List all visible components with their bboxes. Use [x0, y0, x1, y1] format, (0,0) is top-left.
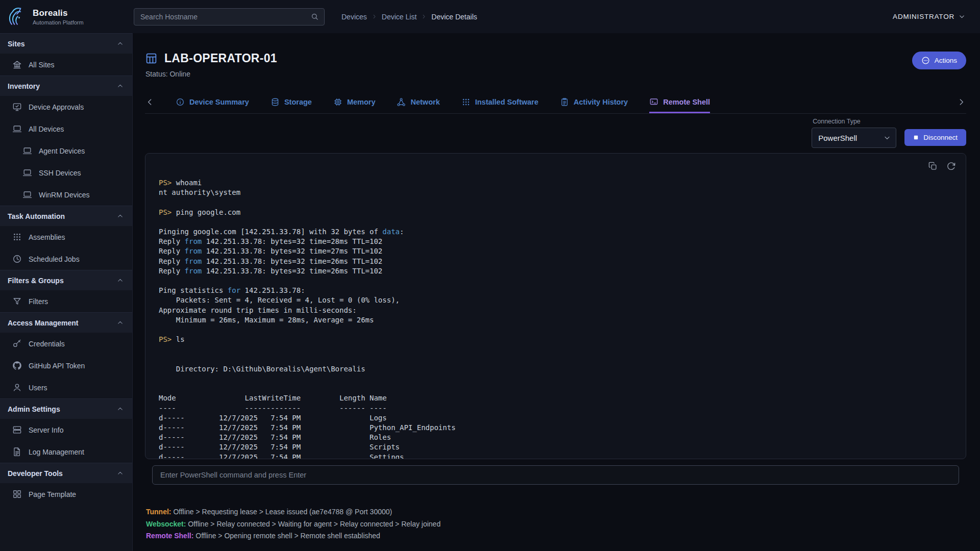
key-icon [12, 339, 22, 348]
sidebar-section-admin-settings[interactable]: Admin Settings [0, 398, 132, 419]
status-label: Remote Shell: [146, 532, 193, 540]
sidebar-section-access-management[interactable]: Access Management [0, 312, 132, 333]
terminal-line: d----- 12/7/2025 7:54 PM Logs [159, 413, 953, 423]
tab-remote-shell[interactable]: Remote Shell [649, 90, 710, 113]
terminal-line: nt authority\system [159, 188, 953, 197]
breadcrumb-device-details[interactable]: Device Details [431, 13, 477, 21]
sidebar-item-label: Device Approvals [29, 103, 84, 111]
disconnect-button[interactable]: Disconnect [904, 129, 966, 146]
filter-icon [12, 296, 22, 306]
sidebar-section-sites[interactable]: Sites [0, 33, 132, 54]
status-line-websocket: Websocket: Offline > Relay connected > W… [146, 518, 966, 531]
github-icon [12, 361, 22, 370]
terminal-line: PS> ls [159, 335, 953, 344]
sidebar-section-label: Sites [8, 40, 24, 48]
breadcrumb: DevicesDevice ListDevice Details [341, 13, 477, 21]
copy-icon[interactable] [928, 161, 938, 171]
ellipsis-icon [921, 56, 930, 65]
brand-area[interactable]: Borealis Automation Platform [0, 6, 133, 28]
breadcrumb-devices[interactable]: Devices [341, 13, 367, 21]
terminal-line [159, 197, 953, 207]
chevron-up-icon [116, 277, 124, 284]
sidebar-item-github-api-token[interactable]: GitHub API Token [0, 355, 132, 377]
apps-icon [461, 97, 471, 107]
clock-icon [12, 254, 22, 264]
terminal-line [159, 384, 953, 393]
sidebar-item-all-devices[interactable]: All Devices [0, 118, 132, 140]
tabs-scroll-left-button[interactable] [145, 97, 155, 107]
network-icon [397, 97, 406, 107]
sidebar-item-label: All Devices [29, 125, 64, 133]
tab-memory[interactable]: Memory [333, 90, 376, 113]
tab-activity-history[interactable]: Activity History [560, 90, 628, 113]
sidebar-item-log-management[interactable]: Log Management [0, 441, 132, 463]
terminal-line: d----- 12/7/2025 7:54 PM Roles [159, 433, 953, 442]
sidebar-item-label: SSH Devices [39, 169, 81, 177]
storage-icon [271, 97, 280, 107]
sidebar-item-label: All Sites [29, 61, 55, 69]
sidebar-item-credentials[interactable]: Credentials [0, 333, 132, 355]
sidebar-item-users[interactable]: Users [0, 377, 132, 398]
terminal-panel[interactable]: PS> whoamint authority\system PS> ping g… [145, 153, 966, 459]
terminal-line [159, 374, 953, 384]
tab-device-summary[interactable]: Device Summary [176, 90, 249, 113]
apps-icon [12, 232, 22, 242]
user-icon [12, 383, 22, 392]
terminal-line: Ping statistics for 142.251.33.78: [159, 286, 953, 295]
laptop-icon [12, 124, 22, 134]
sidebar-item-winrm-devices[interactable]: WinRM Devices [0, 184, 132, 206]
sidebar-item-page-template[interactable]: Page Template [0, 483, 132, 505]
terminal-icon [649, 97, 658, 107]
sidebar-item-agent-devices[interactable]: Agent Devices [0, 140, 132, 162]
sidebar-section-filters-groups[interactable]: Filters & Groups [0, 270, 132, 290]
search-icon[interactable] [310, 12, 319, 21]
status-text: Offline > Opening remote shell > Remote … [193, 532, 380, 540]
sidebar-item-label: Filters [29, 297, 48, 306]
main-content: LAB-OPERATOR-01 Status: Online Actions D… [133, 33, 980, 551]
tab-installed-software[interactable]: Installed Software [461, 90, 538, 113]
sidebar-item-device-approvals[interactable]: Device Approvals [0, 96, 132, 118]
sidebar-item-scheduled-jobs[interactable]: Scheduled Jobs [0, 248, 132, 270]
chevron-left-icon [145, 97, 155, 107]
sidebar-item-label: Credentials [29, 340, 65, 348]
breadcrumb-separator-icon [372, 14, 377, 19]
page-title: LAB-OPERATOR-01 [164, 52, 277, 65]
status-label: Tunnel: [146, 508, 172, 516]
tabs-scroll-right-button[interactable] [956, 97, 966, 107]
sidebar-item-filters[interactable]: Filters [0, 290, 132, 312]
refresh-icon[interactable] [946, 161, 956, 171]
status-text: Offline > Relay connected > Waiting for … [186, 520, 440, 528]
sidebar-item-label: Agent Devices [39, 147, 85, 155]
sidebar-section-task-automation[interactable]: Task Automation [0, 206, 132, 226]
sidebar-section-developer-tools[interactable]: Developer Tools [0, 463, 132, 483]
terminal-line: PS> whoami [159, 178, 953, 188]
breadcrumb-device-list[interactable]: Device List [382, 13, 416, 21]
sidebar-item-server-info[interactable]: Server Info [0, 419, 132, 441]
sidebar-nav: SitesAll SitesInventoryDevice ApprovalsA… [0, 33, 132, 505]
log-icon [12, 447, 22, 457]
terminal-line: ---- ------------- ------ ---- [159, 404, 953, 413]
terminal-line: d----- 12/7/2025 7:54 PM Settings [159, 453, 953, 459]
search-input[interactable] [140, 13, 310, 21]
actions-button[interactable]: Actions [912, 52, 966, 69]
tab-storage[interactable]: Storage [271, 90, 312, 113]
tab-bar: Device SummaryStorageMemoryNetworkInstal… [145, 90, 966, 114]
device-approvals-icon [12, 102, 22, 112]
sidebar-item-label: Users [29, 384, 47, 392]
connection-type-select[interactable]: PowerShell [812, 128, 896, 148]
tab-network[interactable]: Network [397, 90, 439, 113]
user-menu[interactable]: ADMINISTRATOR [893, 13, 966, 20]
command-input[interactable] [152, 465, 959, 485]
terminal-line: d----- 12/7/2025 7:54 PM Python_API_Endp… [159, 423, 953, 433]
chevron-up-icon [116, 319, 124, 327]
hostname-search[interactable] [134, 8, 325, 26]
sidebar-item-ssh-devices[interactable]: SSH Devices [0, 162, 132, 184]
sidebar-item-label: Scheduled Jobs [29, 255, 80, 263]
sidebar-section-label: Filters & Groups [8, 277, 64, 285]
sidebar-section-inventory[interactable]: Inventory [0, 76, 132, 96]
laptop-icon [22, 168, 32, 178]
sidebar-item-all-sites[interactable]: All Sites [0, 54, 132, 76]
device-icon [145, 52, 158, 65]
tab-label: Device Summary [189, 98, 249, 106]
sidebar-item-assemblies[interactable]: Assemblies [0, 226, 132, 248]
